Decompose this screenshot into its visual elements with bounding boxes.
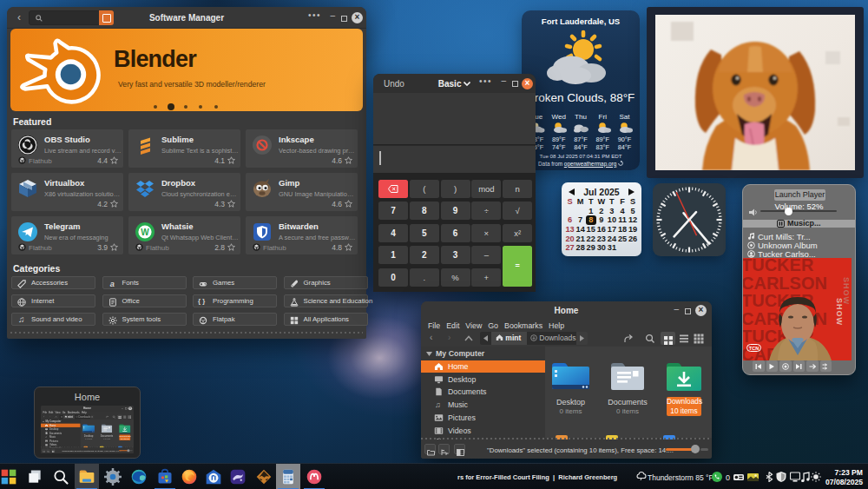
- svg-text:a: a: [109, 280, 114, 288]
- svg-text:W: W: [141, 228, 149, 237]
- svg-text:0: 0: [726, 473, 730, 482]
